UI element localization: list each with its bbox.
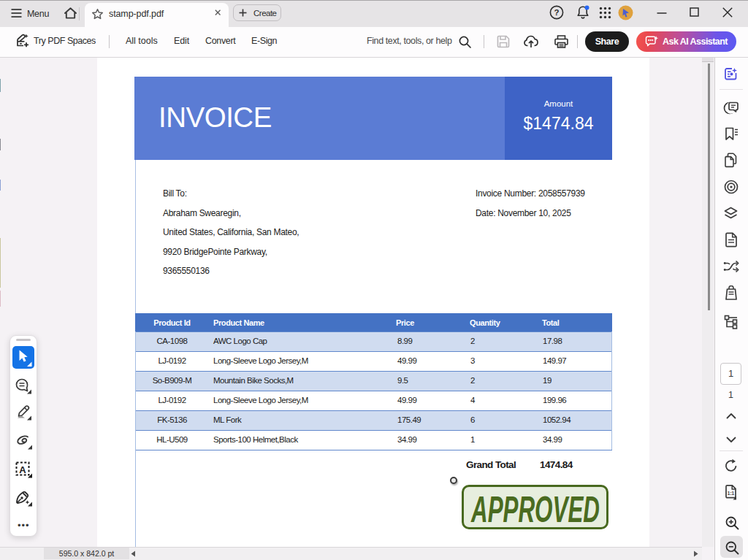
svg-text:A: A: [19, 464, 26, 475]
svg-text:1:1: 1:1: [728, 491, 735, 496]
svg-text:?: ?: [554, 8, 559, 17]
